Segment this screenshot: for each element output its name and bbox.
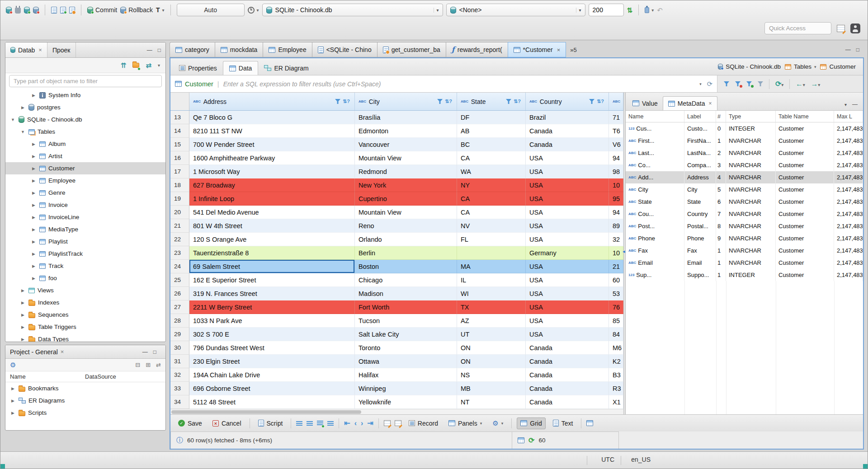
- result-subtab[interactable]: Data: [223, 61, 259, 75]
- tree-expand-arrow[interactable]: ▶: [31, 276, 37, 281]
- new-folder-icon[interactable]: [132, 63, 139, 68]
- city-cell[interactable]: Brasília: [355, 111, 457, 124]
- column-header-type[interactable]: Type: [726, 111, 776, 122]
- value-panel-icon[interactable]: [586, 420, 593, 426]
- postal-cell[interactable]: K2: [609, 355, 623, 368]
- object-filter-input[interactable]: [9, 75, 162, 87]
- metadata-ordinal-cell[interactable]: 1: [716, 244, 726, 257]
- metadata-table-cell[interactable]: Customer: [776, 269, 834, 281]
- postal-cell[interactable]: 95: [609, 192, 623, 206]
- tree-expand-arrow[interactable]: ▶: [10, 411, 16, 415]
- grid-row[interactable]: 13 Qe 7 Bloco G Brasília DF Brazil 71: [170, 111, 623, 124]
- city-cell[interactable]: Ottawa: [355, 355, 457, 368]
- refresh-results-button[interactable]: ⟳▾: [775, 80, 783, 88]
- postal-cell[interactable]: 71: [609, 111, 623, 124]
- row-number-cell[interactable]: 31: [170, 355, 189, 368]
- address-cell[interactable]: 162 E Superior Street: [189, 273, 355, 287]
- metadata-label-cell[interactable]: City: [684, 183, 716, 196]
- row-number-cell[interactable]: 32: [170, 368, 189, 382]
- metadata-max-cell[interactable]: 2,147,483: [834, 232, 863, 244]
- tab-projects[interactable]: Проек: [47, 42, 76, 57]
- metadata-max-cell[interactable]: 2,147,483: [834, 208, 863, 220]
- grid-row[interactable]: 29 302 S 700 E Salt Lake City UT USA 84: [170, 328, 623, 341]
- country-cell[interactable]: USA: [526, 233, 609, 246]
- postal-cell[interactable]: 32: [609, 233, 623, 246]
- minimize-icon[interactable]: —: [845, 47, 851, 53]
- grid-view-button[interactable]: Grid: [517, 417, 545, 429]
- city-cell[interactable]: Madison: [355, 287, 457, 300]
- sql-editor-button[interactable]: [51, 7, 57, 14]
- metadata-type-cell[interactable]: NVARCHAR: [726, 159, 776, 171]
- row-number-cell[interactable]: 26: [170, 287, 189, 300]
- metadata-row[interactable]: ABCState State 6 NVARCHAR Customer 2,147…: [626, 196, 863, 208]
- settings-button[interactable]: ⚙▾: [489, 417, 506, 429]
- address-cell[interactable]: 2211 W Berry Street: [189, 300, 355, 314]
- link-with-editor-icon[interactable]: ⇄: [146, 61, 151, 70]
- edit-duplicate-row-icon[interactable]: [327, 421, 334, 426]
- metadata-label-cell[interactable]: Phone: [684, 232, 716, 244]
- country-cell[interactable]: USA: [526, 260, 609, 273]
- postal-cell[interactable]: 98: [609, 165, 623, 178]
- state-cell[interactable]: WI: [457, 287, 526, 300]
- metadata-name-cell[interactable]: ABCAdd...: [626, 171, 684, 183]
- metadata-table-cell[interactable]: Customer: [776, 232, 834, 244]
- country-cell[interactable]: USA: [526, 192, 609, 206]
- next-row-icon[interactable]: ›: [361, 420, 363, 427]
- apply-filter-button[interactable]: [724, 81, 729, 86]
- project-item[interactable]: ▶ Bookmarks: [5, 382, 165, 394]
- state-cell[interactable]: CA: [457, 206, 526, 219]
- close-icon[interactable]: ×: [61, 348, 64, 355]
- timezone-indicator[interactable]: UTC: [601, 456, 614, 463]
- sql-console-button[interactable]: [69, 7, 75, 14]
- city-cell[interactable]: Reno: [355, 219, 457, 233]
- city-cell[interactable]: Tucson: [355, 314, 457, 328]
- tree-expand-arrow[interactable]: ▶: [20, 288, 26, 293]
- save-filter-button[interactable]: [746, 81, 752, 86]
- metadata-name-cell[interactable]: 123Sup...: [626, 269, 684, 281]
- tree-item[interactable]: ▶ Data Types: [5, 333, 165, 342]
- script-button[interactable]: Script: [255, 418, 286, 429]
- transaction-log-button[interactable]: ▾: [248, 7, 259, 14]
- tree-expand-arrow[interactable]: ▶: [31, 166, 37, 171]
- context-container[interactable]: Tables▾: [785, 63, 816, 70]
- metadata-table-cell[interactable]: Customer: [776, 135, 834, 147]
- column-header-country[interactable]: ABC Country ⇅?: [526, 93, 609, 110]
- metadata-label-cell[interactable]: Suppo...: [684, 269, 716, 281]
- country-cell[interactable]: Canada: [526, 355, 609, 368]
- metadata-row[interactable]: ABCFirst... FirstNa... 1 NVARCHAR Custom…: [626, 135, 863, 147]
- metadata-row[interactable]: ABCFax Fax 1 NVARCHAR Customer 2,147,483: [626, 244, 863, 257]
- metadata-table-cell[interactable]: Customer: [776, 122, 834, 135]
- metadata-name-cell[interactable]: ABCFax: [626, 244, 684, 257]
- column-header-partial[interactable]: ABC: [609, 93, 623, 110]
- sort-icon[interactable]: ⇅?: [514, 98, 521, 104]
- metadata-ordinal-cell[interactable]: 5: [716, 183, 726, 196]
- metadata-name-cell[interactable]: ABCCity: [626, 183, 684, 196]
- postal-cell[interactable]: 21: [609, 260, 623, 273]
- metadata-type-cell[interactable]: NVARCHAR: [726, 183, 776, 196]
- grid-row[interactable]: 20 541 Del Medio Avenue Mountain View CA…: [170, 206, 623, 219]
- row-number-cell[interactable]: 30: [170, 341, 189, 355]
- country-cell[interactable]: Canada: [526, 382, 609, 395]
- custom-filter-button[interactable]: [758, 81, 763, 86]
- metadata-name-cell[interactable]: ABCCou...: [626, 208, 684, 220]
- gear-icon[interactable]: ⚙: [10, 361, 16, 369]
- metadata-max-cell[interactable]: 2,147,483: [834, 257, 863, 269]
- metadata-label-cell[interactable]: LastNa...: [684, 147, 716, 159]
- result-subtab[interactable]: ER Diagram: [258, 61, 314, 75]
- tab-value-viewer[interactable]: Value: [627, 96, 663, 110]
- filter-input-box[interactable]: Customer | Enter a SQL expression to fil…: [170, 75, 717, 92]
- editor-tab[interactable]: mockdata: [215, 42, 263, 57]
- city-cell[interactable]: Toronto: [355, 341, 457, 355]
- grid-row[interactable]: 27 2211 W Berry Street Fort Worth TX USA…: [170, 300, 623, 314]
- row-number-cell[interactable]: 13: [170, 111, 189, 124]
- metadata-label-cell[interactable]: Email: [684, 257, 716, 269]
- tree-item[interactable]: ▶ Indexes: [5, 296, 165, 309]
- country-cell[interactable]: Germany: [526, 246, 609, 260]
- metadata-type-cell[interactable]: INTEGER: [726, 122, 776, 135]
- disconnect-button[interactable]: [33, 7, 39, 14]
- panel-splitter[interactable]: ◂: [623, 93, 626, 414]
- edit-add-row-icon[interactable]: [296, 421, 302, 426]
- undo-button[interactable]: ↶: [657, 7, 663, 14]
- country-cell[interactable]: USA: [526, 206, 609, 219]
- postal-cell[interactable]: 84: [609, 328, 623, 341]
